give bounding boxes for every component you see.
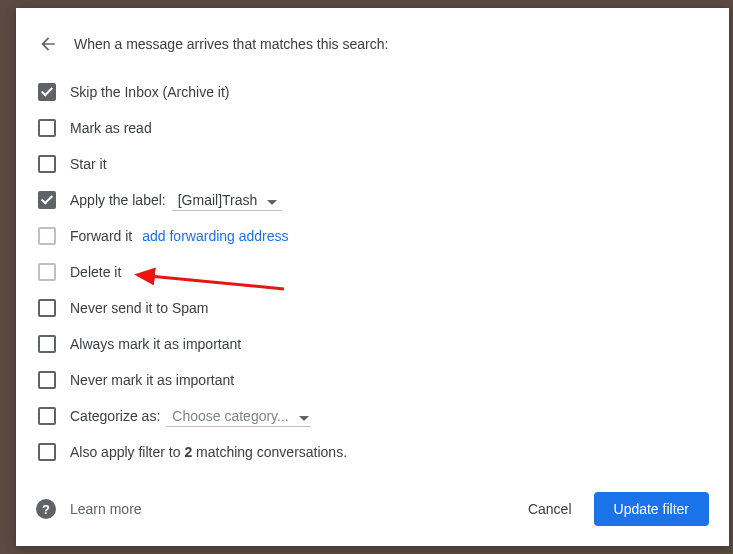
option-apply-label: Apply the label: [Gmail]Trash	[36, 182, 709, 218]
option-also-apply: Also apply filter to 2 matching conversa…	[36, 434, 709, 470]
help-icon[interactable]: ?	[36, 499, 56, 519]
label-delete: Delete it	[70, 264, 121, 280]
label-never-spam: Never send it to Spam	[70, 300, 209, 316]
label-skip-inbox: Skip the Inbox (Archive it)	[70, 84, 230, 100]
checkbox-delete[interactable]	[38, 263, 56, 281]
checkbox-forward[interactable]	[38, 227, 56, 245]
cancel-button[interactable]: Cancel	[514, 493, 586, 525]
label-always-important: Always mark it as important	[70, 336, 241, 352]
checkbox-also-apply[interactable]	[38, 443, 56, 461]
checkbox-mark-read[interactable]	[38, 119, 56, 137]
filter-options: Skip the Inbox (Archive it) Mark as read…	[36, 74, 709, 470]
checkbox-apply-label[interactable]	[38, 191, 56, 209]
dialog-title: When a message arrives that matches this…	[74, 36, 388, 52]
checkbox-categorize[interactable]	[38, 407, 56, 425]
dialog-footer: ? Learn more Cancel Update filter	[36, 492, 709, 526]
apply-label-value: [Gmail]Trash	[178, 192, 258, 208]
label-forward: Forward it	[70, 228, 132, 244]
add-forwarding-link[interactable]: add forwarding address	[142, 228, 288, 244]
chevron-down-icon	[299, 408, 309, 424]
filter-actions-dialog: When a message arrives that matches this…	[16, 8, 729, 546]
checkbox-skip-inbox[interactable]	[38, 83, 56, 101]
checkbox-star[interactable]	[38, 155, 56, 173]
option-never-important: Never mark it as important	[36, 362, 709, 398]
back-button[interactable]	[36, 32, 60, 56]
chevron-down-icon	[267, 192, 277, 208]
option-mark-read: Mark as read	[36, 110, 709, 146]
label-never-important: Never mark it as important	[70, 372, 234, 388]
option-never-spam: Never send it to Spam	[36, 290, 709, 326]
option-delete: Delete it	[36, 254, 709, 290]
label-mark-read: Mark as read	[70, 120, 152, 136]
apply-label-select[interactable]: [Gmail]Trash	[172, 190, 282, 211]
checkbox-never-important[interactable]	[38, 371, 56, 389]
checkbox-always-important[interactable]	[38, 335, 56, 353]
also-apply-post: matching conversations.	[192, 444, 347, 460]
option-skip-inbox: Skip the Inbox (Archive it)	[36, 74, 709, 110]
label-also-apply: Also apply filter to 2 matching conversa…	[70, 444, 347, 460]
learn-more-link[interactable]: Learn more	[70, 501, 142, 517]
arrow-left-icon	[38, 34, 58, 54]
categorize-select[interactable]: Choose category...	[166, 406, 310, 427]
categorize-value: Choose category...	[172, 408, 288, 424]
option-always-important: Always mark it as important	[36, 326, 709, 362]
label-apply-label-prefix: Apply the label:	[70, 192, 166, 208]
option-forward: Forward it add forwarding address	[36, 218, 709, 254]
checkbox-never-spam[interactable]	[38, 299, 56, 317]
update-filter-button[interactable]: Update filter	[594, 492, 709, 526]
dialog-header: When a message arrives that matches this…	[36, 32, 709, 56]
label-star: Star it	[70, 156, 107, 172]
label-categorize-prefix: Categorize as:	[70, 408, 160, 424]
also-apply-pre: Also apply filter to	[70, 444, 184, 460]
option-categorize: Categorize as: Choose category...	[36, 398, 709, 434]
option-star: Star it	[36, 146, 709, 182]
